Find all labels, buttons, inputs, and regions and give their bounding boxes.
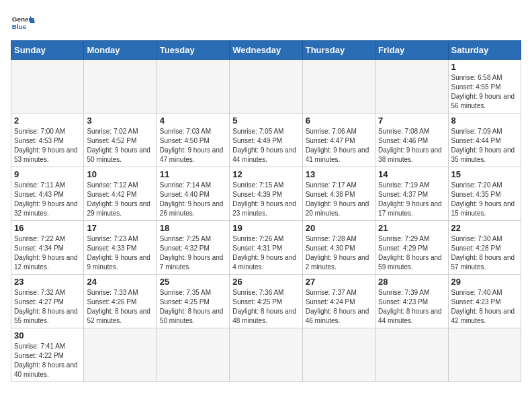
day-info: Sunrise: 7:23 AM Sunset: 4:33 PM Dayligh… [87, 234, 153, 272]
day-info: Sunrise: 7:29 AM Sunset: 4:29 PM Dayligh… [378, 234, 445, 272]
svg-text:Blue: Blue [12, 23, 27, 30]
calendar-table: SundayMondayTuesdayWednesdayThursdayFrid… [11, 40, 521, 382]
calendar-cell: 30Sunrise: 7:41 AM Sunset: 4:22 PM Dayli… [11, 328, 84, 382]
calendar-cell: 4Sunrise: 7:03 AM Sunset: 4:50 PM Daylig… [157, 113, 229, 167]
day-number: 26 [232, 277, 299, 287]
day-info: Sunrise: 7:30 AM Sunset: 4:28 PM Dayligh… [451, 234, 518, 272]
day-number: 16 [14, 223, 81, 233]
calendar-cell: 8Sunrise: 7:09 AM Sunset: 4:44 PM Daylig… [448, 113, 521, 167]
calendar-cell: 3Sunrise: 7:02 AM Sunset: 4:52 PM Daylig… [84, 113, 157, 167]
weekday-header-friday: Friday [375, 41, 448, 60]
weekday-header-monday: Monday [84, 41, 157, 60]
day-info: Sunrise: 7:22 AM Sunset: 4:34 PM Dayligh… [14, 234, 81, 272]
calendar-cell [302, 60, 375, 113]
day-info: Sunrise: 7:17 AM Sunset: 4:38 PM Dayligh… [306, 181, 372, 218]
day-info: Sunrise: 7:12 AM Sunset: 4:42 PM Dayligh… [87, 181, 153, 218]
calendar-cell: 28Sunrise: 7:39 AM Sunset: 4:23 PM Dayli… [375, 275, 448, 328]
day-info: Sunrise: 7:03 AM Sunset: 4:50 PM Dayligh… [160, 127, 226, 165]
day-number: 7 [378, 116, 445, 126]
day-number: 24 [87, 277, 153, 287]
calendar-cell [157, 60, 229, 113]
logo-icon: General Blue [11, 11, 35, 35]
calendar-cell: 20Sunrise: 7:28 AM Sunset: 4:30 PM Dayli… [302, 221, 375, 275]
day-number: 23 [14, 277, 81, 287]
calendar-cell [230, 328, 302, 382]
calendar-cell: 11Sunrise: 7:14 AM Sunset: 4:40 PM Dayli… [157, 167, 229, 221]
day-number: 30 [14, 330, 81, 340]
calendar-cell: 26Sunrise: 7:36 AM Sunset: 4:25 PM Dayli… [230, 275, 302, 328]
calendar-cell [84, 60, 157, 113]
calendar-cell: 15Sunrise: 7:20 AM Sunset: 4:35 PM Dayli… [448, 167, 521, 221]
calendar-cell: 24Sunrise: 7:33 AM Sunset: 4:26 PM Dayli… [84, 275, 157, 328]
calendar-cell: 2Sunrise: 7:00 AM Sunset: 4:53 PM Daylig… [11, 113, 84, 167]
calendar-cell: 10Sunrise: 7:12 AM Sunset: 4:42 PM Dayli… [84, 167, 157, 221]
day-number: 21 [378, 223, 445, 233]
calendar-week-row: 9Sunrise: 7:11 AM Sunset: 4:43 PM Daylig… [11, 167, 521, 221]
day-info: Sunrise: 7:14 AM Sunset: 4:40 PM Dayligh… [160, 181, 226, 218]
calendar-cell: 21Sunrise: 7:29 AM Sunset: 4:29 PM Dayli… [375, 221, 448, 275]
calendar-cell: 19Sunrise: 7:26 AM Sunset: 4:31 PM Dayli… [230, 221, 302, 275]
calendar-cell: 1Sunrise: 6:58 AM Sunset: 4:55 PM Daylig… [448, 60, 521, 113]
day-info: Sunrise: 7:02 AM Sunset: 4:52 PM Dayligh… [87, 127, 153, 165]
day-info: Sunrise: 7:41 AM Sunset: 4:22 PM Dayligh… [14, 342, 81, 379]
calendar-body: 1Sunrise: 6:58 AM Sunset: 4:55 PM Daylig… [11, 60, 521, 382]
day-number: 6 [306, 116, 372, 126]
day-number: 8 [451, 116, 518, 126]
day-info: Sunrise: 7:37 AM Sunset: 4:24 PM Dayligh… [306, 288, 372, 326]
day-number: 4 [160, 116, 226, 126]
day-number: 5 [232, 116, 299, 126]
day-number: 13 [306, 169, 372, 179]
day-info: Sunrise: 7:25 AM Sunset: 4:32 PM Dayligh… [160, 234, 226, 272]
calendar-cell [84, 328, 157, 382]
calendar-cell [375, 328, 448, 382]
day-number: 28 [378, 277, 445, 287]
day-number: 15 [451, 169, 518, 179]
weekday-header-tuesday: Tuesday [157, 41, 229, 60]
day-number: 29 [451, 277, 518, 287]
calendar-cell [375, 60, 448, 113]
day-info: Sunrise: 7:11 AM Sunset: 4:43 PM Dayligh… [14, 181, 81, 218]
day-info: Sunrise: 7:05 AM Sunset: 4:49 PM Dayligh… [232, 127, 299, 165]
calendar-cell: 14Sunrise: 7:19 AM Sunset: 4:37 PM Dayli… [375, 167, 448, 221]
day-info: Sunrise: 7:36 AM Sunset: 4:25 PM Dayligh… [232, 288, 299, 326]
calendar-cell [230, 60, 302, 113]
day-info: Sunrise: 7:40 AM Sunset: 4:23 PM Dayligh… [451, 288, 518, 326]
calendar-week-row: 2Sunrise: 7:00 AM Sunset: 4:53 PM Daylig… [11, 113, 521, 167]
day-number: 17 [87, 223, 153, 233]
page-header: General Blue [11, 11, 521, 35]
day-number: 22 [451, 223, 518, 233]
weekday-header-row: SundayMondayTuesdayWednesdayThursdayFrid… [11, 41, 521, 60]
calendar-cell: 17Sunrise: 7:23 AM Sunset: 4:33 PM Dayli… [84, 221, 157, 275]
weekday-header-sunday: Sunday [11, 41, 84, 60]
day-info: Sunrise: 7:09 AM Sunset: 4:44 PM Dayligh… [451, 127, 518, 165]
calendar-cell [302, 328, 375, 382]
calendar-cell: 23Sunrise: 7:32 AM Sunset: 4:27 PM Dayli… [11, 275, 84, 328]
day-number: 14 [378, 169, 445, 179]
calendar-header: SundayMondayTuesdayWednesdayThursdayFrid… [11, 41, 521, 60]
day-info: Sunrise: 7:19 AM Sunset: 4:37 PM Dayligh… [378, 181, 445, 218]
day-info: Sunrise: 7:08 AM Sunset: 4:46 PM Dayligh… [378, 127, 445, 165]
calendar-cell: 22Sunrise: 7:30 AM Sunset: 4:28 PM Dayli… [448, 221, 521, 275]
calendar-cell [448, 328, 521, 382]
day-number: 1 [451, 62, 518, 72]
calendar-cell: 7Sunrise: 7:08 AM Sunset: 4:46 PM Daylig… [375, 113, 448, 167]
day-info: Sunrise: 6:58 AM Sunset: 4:55 PM Dayligh… [451, 73, 518, 111]
day-number: 10 [87, 169, 153, 179]
day-number: 11 [160, 169, 226, 179]
day-number: 20 [306, 223, 372, 233]
day-info: Sunrise: 7:26 AM Sunset: 4:31 PM Dayligh… [232, 234, 299, 272]
day-number: 9 [14, 169, 81, 179]
calendar-cell: 29Sunrise: 7:40 AM Sunset: 4:23 PM Dayli… [448, 275, 521, 328]
day-number: 2 [14, 116, 81, 126]
weekday-header-wednesday: Wednesday [230, 41, 302, 60]
calendar-cell: 25Sunrise: 7:35 AM Sunset: 4:25 PM Dayli… [157, 275, 229, 328]
calendar-cell: 5Sunrise: 7:05 AM Sunset: 4:49 PM Daylig… [230, 113, 302, 167]
day-info: Sunrise: 7:06 AM Sunset: 4:47 PM Dayligh… [306, 127, 372, 165]
calendar-week-row: 30Sunrise: 7:41 AM Sunset: 4:22 PM Dayli… [11, 328, 521, 382]
calendar-cell [157, 328, 229, 382]
day-info: Sunrise: 7:00 AM Sunset: 4:53 PM Dayligh… [14, 127, 81, 165]
day-info: Sunrise: 7:39 AM Sunset: 4:23 PM Dayligh… [378, 288, 445, 326]
day-number: 12 [232, 169, 299, 179]
logo: General Blue [11, 11, 35, 35]
calendar-cell: 6Sunrise: 7:06 AM Sunset: 4:47 PM Daylig… [302, 113, 375, 167]
